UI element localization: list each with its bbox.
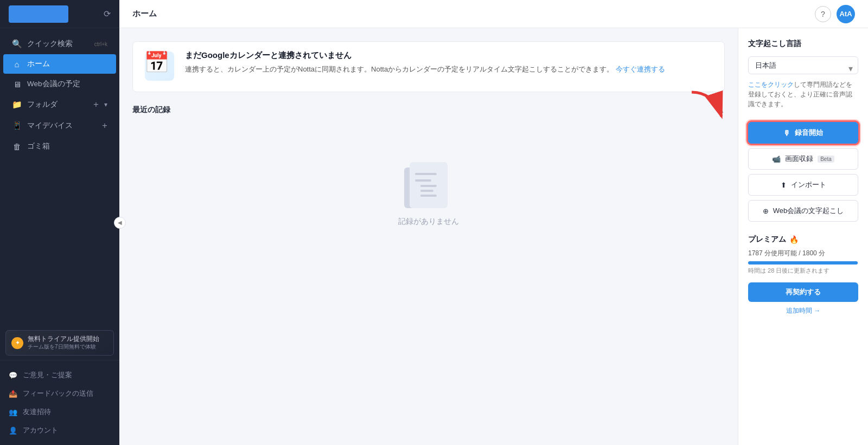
- folder-add-icon[interactable]: +: [93, 99, 99, 110]
- main-area: ホーム ? AtA 📅 まだGoogleカレンダーと連携されていません 連携する…: [119, 0, 868, 445]
- folder-icon: 📁: [12, 100, 22, 109]
- help-icon: ?: [821, 10, 825, 18]
- import-label: インポート: [791, 180, 826, 190]
- doc-line: [420, 195, 437, 197]
- screen-record-icon: 📹: [772, 155, 781, 163]
- premium-title: プレミアム 🔥: [748, 235, 858, 244]
- sidebar-item-label: ホーム: [27, 59, 107, 69]
- web-transcription-button[interactable]: ⊕ Web会議の文字起こし: [748, 200, 858, 222]
- empty-icon: [404, 154, 453, 208]
- transcription-section: 文字起こし言語 日本語 English 中文 한국어 ここをクリックして専門用語…: [748, 39, 858, 109]
- premium-icon: 🔥: [789, 235, 799, 244]
- sidebar-item-label: フォルダ: [27, 100, 88, 109]
- screen-record-badge: Beta: [818, 156, 834, 163]
- language-select[interactable]: 日本語 English 中文 한국어: [748, 56, 858, 74]
- panel-hint: ここをクリックして専門用語などを登録しておくと、より正確に音声認識できます。: [748, 80, 858, 109]
- transcription-title: 文字起こし言語: [748, 39, 858, 49]
- sidebar-collapse-button[interactable]: ◀: [114, 217, 126, 229]
- doc-shape: [410, 162, 448, 208]
- logo-arrow-icon: ⟳: [104, 9, 111, 19]
- sidebar-item-search[interactable]: 🔍 クイック検索 ctrl+k: [3, 34, 116, 54]
- home-icon: ⌂: [12, 60, 22, 69]
- empty-state: 記録がありません: [132, 121, 725, 259]
- search-icon: 🔍: [12, 39, 22, 49]
- sidebar-logo: ⟳: [0, 0, 119, 28]
- trial-text-area: 無料トライアル提供開始 チーム版を7日間無料で体験: [28, 335, 99, 351]
- sidebar-footer-label: ご意見・ご提案: [23, 370, 72, 380]
- web-transcription-label: Web会議の文字起こし: [773, 206, 844, 216]
- screen-record-button[interactable]: 📹 画面収録 Beta: [748, 148, 858, 170]
- feedback-send-icon: 📤: [9, 390, 17, 398]
- calendar-link[interactable]: 今すぐ連携する: [616, 65, 665, 73]
- content: 📅 まだGoogleカレンダーと連携されていません 連携すると、カレンダー上の予…: [119, 28, 868, 445]
- folder-chevron-icon[interactable]: ▾: [104, 101, 107, 108]
- sidebar-nav: 🔍 クイック検索 ctrl+k ⌂ ホーム 🖥 Web会議の予定 📁 フォルダ …: [0, 28, 119, 326]
- action-buttons-section: 🎙 録音開始 📹 画面収録 Beta ⬆ インポート ⊕ Web会議の文字起こし: [748, 122, 858, 222]
- doc-line: [420, 185, 437, 187]
- trial-banner[interactable]: ✦ 無料トライアル提供開始 チーム版を7日間無料で体験: [5, 330, 114, 356]
- premium-usage: 1787 分使用可能 / 1800 分: [748, 249, 858, 258]
- calendar-text: まだGoogleカレンダーと連携されていません 連携すると、カレンダー上の予定が…: [185, 50, 713, 75]
- calendar-icon-area: 📅: [144, 50, 176, 83]
- progress-note: 時間は 28 日後に更新されます: [748, 267, 858, 275]
- calendar-banner-desc: 連携すると、カレンダー上の予定がNottaに同期されます。Nottaからカレンダ…: [185, 64, 713, 75]
- main-content: 📅 まだGoogleカレンダーと連携されていません 連携すると、カレンダー上の予…: [119, 28, 738, 445]
- topbar-right: ? AtA: [815, 5, 855, 23]
- sidebar-item-label: ゴミ箱: [27, 141, 107, 151]
- sidebar-footer: 💬 ご意見・ご提案 📤 フィードバックの送信 👥 友達招待 👤 アカウント: [0, 360, 119, 445]
- record-icon: 🎙: [783, 129, 790, 137]
- web-meeting-icon: 🖥: [12, 80, 22, 89]
- screen-record-label: 画面収録: [785, 154, 813, 164]
- premium-section: プレミアム 🔥 1787 分使用可能 / 1800 分 時間は 28 日後に更新…: [748, 235, 858, 315]
- section-header: 最近の記録 ▲: [132, 105, 725, 115]
- section-collapse-icon[interactable]: ▲: [717, 106, 725, 114]
- trash-icon: 🗑: [12, 142, 22, 151]
- empty-message: 記録がありません: [398, 217, 459, 227]
- renew-button[interactable]: 再契約する: [748, 282, 858, 302]
- sidebar-item-feedback-send[interactable]: 📤 フィードバックの送信: [0, 384, 119, 403]
- trial-subtitle: チーム版を7日間無料で体験: [28, 343, 99, 351]
- sidebar-footer-label: フィードバックの送信: [23, 389, 93, 398]
- topbar: ホーム ? AtA: [119, 0, 868, 28]
- account-icon: 👤: [9, 427, 17, 435]
- language-select-wrap: 日本語 English 中文 한국어: [748, 56, 858, 80]
- add-time-link[interactable]: 追加時間 →: [748, 306, 858, 315]
- calendar-banner: 📅 まだGoogleカレンダーと連携されていません 連携すると、カレンダー上の予…: [132, 41, 725, 92]
- sidebar-item-account[interactable]: 👤 アカウント: [0, 421, 119, 440]
- sidebar-item-label: クイック検索: [27, 39, 87, 49]
- trial-title: 無料トライアル提供開始: [28, 335, 99, 343]
- hint-link[interactable]: ここをクリック: [748, 81, 794, 88]
- web-transcription-icon: ⊕: [763, 207, 769, 215]
- invite-icon: 👥: [9, 408, 17, 416]
- page-title: ホーム: [132, 9, 157, 19]
- premium-progress-fill: [748, 261, 858, 265]
- calendar-icon: 📅: [144, 50, 169, 74]
- sidebar-item-trash[interactable]: 🗑 ゴミ箱: [3, 137, 116, 156]
- logo[interactable]: [9, 5, 68, 23]
- doc-line: [420, 190, 433, 192]
- sidebar-item-folder[interactable]: 📁 フォルダ + ▾: [3, 94, 116, 115]
- search-shortcut: ctrl+k: [94, 41, 107, 47]
- sidebar-footer-label: アカウント: [23, 425, 58, 435]
- sidebar-item-label: マイデバイス: [27, 121, 97, 131]
- device-add-icon[interactable]: +: [102, 120, 107, 131]
- help-button[interactable]: ?: [815, 6, 831, 22]
- sidebar-item-home[interactable]: ⌂ ホーム: [3, 54, 116, 74]
- import-button[interactable]: ⬆ インポート: [748, 174, 858, 196]
- sidebar-item-feedback-request[interactable]: 💬 ご意見・ご提案: [0, 366, 119, 384]
- sidebar-item-mydevice[interactable]: 📱 マイデバイス +: [3, 115, 116, 136]
- section-title: 最近の記録: [132, 105, 170, 115]
- premium-progress-bar: [748, 261, 858, 265]
- import-icon: ⬆: [781, 181, 787, 189]
- avatar[interactable]: AtA: [837, 5, 855, 23]
- device-icon: 📱: [12, 121, 22, 131]
- calendar-banner-title: まだGoogleカレンダーと連携されていません: [185, 50, 713, 61]
- sidebar-footer-label: 友達招待: [23, 407, 51, 417]
- sidebar-item-web-meeting[interactable]: 🖥 Web会議の予定: [3, 74, 116, 94]
- sidebar-item-invite[interactable]: 👥 友達招待: [0, 403, 119, 421]
- record-label: 録音開始: [795, 128, 823, 138]
- record-button[interactable]: 🎙 録音開始: [748, 122, 858, 144]
- sidebar: ⟳ 🔍 クイック検索 ctrl+k ⌂ ホーム 🖥 Web会議の予定 📁 フォル…: [0, 0, 119, 445]
- feedback-request-icon: 💬: [9, 371, 17, 379]
- sidebar-item-label: Web会議の予定: [27, 79, 107, 89]
